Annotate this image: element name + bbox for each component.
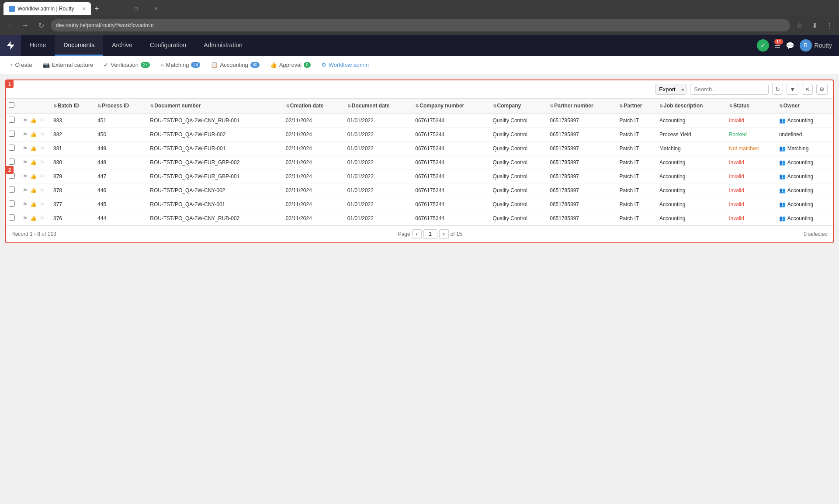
settings-btn[interactable]: ⋮ xyxy=(823,19,836,31)
row-bookmark-icon[interactable]: ⚐ xyxy=(40,187,45,193)
row-flag-icon[interactable]: ⚑ xyxy=(23,173,28,180)
filter-btn[interactable]: ▼ xyxy=(787,84,798,95)
row-flag-icon[interactable]: ⚑ xyxy=(23,187,28,193)
filter-remove-btn[interactable]: ✕ xyxy=(802,84,813,95)
check-icon: ✓ xyxy=(104,62,108,68)
new-tab-btn[interactable]: + xyxy=(91,4,103,14)
row-bookmark-icon[interactable]: ⚐ xyxy=(40,131,45,138)
nav-item-configuration[interactable]: Configuration xyxy=(141,35,195,56)
row-like-icon[interactable]: 👍 xyxy=(30,131,37,138)
row-checkbox[interactable] xyxy=(9,214,15,221)
nav-item-archive[interactable]: Archive xyxy=(103,35,141,56)
row-check-cell[interactable] xyxy=(6,142,20,155)
cell-creation-date: 02/11/2024 xyxy=(283,183,345,197)
search-input[interactable] xyxy=(690,84,769,95)
th-company-num[interactable]: ⇅Company number xyxy=(413,99,490,113)
refresh-table-btn[interactable]: ↻ xyxy=(772,84,783,95)
page-input[interactable] xyxy=(423,229,437,239)
bookmark-btn[interactable]: ☆ xyxy=(794,19,806,31)
row-check-cell[interactable] xyxy=(6,197,20,211)
messages-btn[interactable]: 💬 xyxy=(786,41,794,50)
table-row: ⚑ 👍 ⚐ 881 449 ROU-TST/PO_QA-2W-EUR-001 0… xyxy=(6,142,833,155)
address-bar[interactable]: dev.routty.be/portal/routty/#workflowadm… xyxy=(51,19,790,31)
th-company[interactable]: ⇅Company xyxy=(490,99,548,113)
row-checkbox[interactable] xyxy=(9,159,15,165)
row-flag-icon[interactable]: ⚑ xyxy=(23,159,28,166)
row-checkbox[interactable] xyxy=(9,186,15,193)
cell-job-desc: Accounting xyxy=(657,155,726,169)
row-flag-icon[interactable]: ⚑ xyxy=(23,215,28,221)
row-check-cell[interactable] xyxy=(6,183,20,197)
th-partner[interactable]: ⇅Partner xyxy=(617,99,657,113)
row-like-icon[interactable]: 👍 xyxy=(30,215,37,221)
th-process-id[interactable]: ⇅Process ID xyxy=(95,99,147,113)
cell-partner-num: 0651785897 xyxy=(547,142,617,155)
download-btn[interactable]: ⬇ xyxy=(808,19,821,31)
th-job-desc[interactable]: ⇅Job description xyxy=(657,99,726,113)
row-checkbox[interactable] xyxy=(9,200,15,207)
tab-close-btn[interactable]: × xyxy=(82,6,86,12)
approval-btn[interactable]: 👍 Approval 0 xyxy=(266,59,315,71)
th-partner-num[interactable]: ⇅Partner number xyxy=(547,99,617,113)
th-select-all[interactable] xyxy=(6,99,20,113)
prev-page-btn[interactable]: ‹ xyxy=(412,229,422,239)
workflow-admin-btn[interactable]: ⚙ Workflow admin xyxy=(317,59,373,71)
row-flag-icon[interactable]: ⚑ xyxy=(23,145,28,152)
verification-btn[interactable]: ✓ Verification 27 xyxy=(99,59,154,71)
row-bookmark-icon[interactable]: ⚐ xyxy=(40,173,45,180)
row-check-cell[interactable] xyxy=(6,211,20,225)
th-creation-date[interactable]: ⇅Creation date xyxy=(283,99,345,113)
row-check-cell[interactable] xyxy=(6,128,20,142)
nav-item-administration[interactable]: Administration xyxy=(195,35,251,56)
refresh-btn[interactable]: ↻ xyxy=(35,19,47,31)
row-like-icon[interactable]: 👍 xyxy=(30,201,37,207)
row-bookmark-icon[interactable]: ⚐ xyxy=(40,159,45,166)
row-like-icon[interactable]: 👍 xyxy=(30,173,37,180)
row-bookmark-icon[interactable]: ⚐ xyxy=(40,117,45,124)
row-like-icon[interactable]: 👍 xyxy=(30,159,37,166)
owner-group-icon: 👥 xyxy=(779,201,786,207)
export-select[interactable]: Export CSV Excel xyxy=(655,84,686,95)
row-checkbox[interactable] xyxy=(9,131,15,137)
user-avatar: R xyxy=(800,39,812,52)
nav-items: Home Documents Archive Configuration Adm… xyxy=(21,35,251,56)
cell-status: Invalid xyxy=(726,197,776,211)
notifications-btn[interactable]: ☰ 11 xyxy=(774,41,780,50)
minimize-btn[interactable]: ─ xyxy=(106,3,126,15)
row-bookmark-icon[interactable]: ⚐ xyxy=(40,201,45,207)
settings-table-btn[interactable]: ⚙ xyxy=(816,84,828,95)
th-doc-date[interactable]: ⇅Document date xyxy=(345,99,413,113)
next-page-btn[interactable]: › xyxy=(439,229,449,239)
close-btn[interactable]: × xyxy=(146,3,166,15)
row-checkbox[interactable] xyxy=(9,117,15,123)
row-like-icon[interactable]: 👍 xyxy=(30,117,37,124)
th-batch-id[interactable]: ⇅Batch ID xyxy=(51,99,95,113)
row-flag-icon[interactable]: ⚑ xyxy=(23,131,28,138)
create-btn[interactable]: + Create xyxy=(5,59,37,71)
maximize-btn[interactable]: □ xyxy=(126,3,146,15)
browser-tab[interactable]: Workflow admin | Routty × xyxy=(3,2,91,15)
row-check-cell[interactable] xyxy=(6,113,20,128)
th-doc-number[interactable]: ⇅Document number xyxy=(147,99,283,113)
back-btn[interactable]: ← xyxy=(3,19,16,31)
matching-btn[interactable]: ≡ Matching 24 xyxy=(156,59,205,71)
row-like-icon[interactable]: 👍 xyxy=(30,145,37,152)
nav-item-documents[interactable]: Documents xyxy=(55,35,103,56)
row-flag-icon[interactable]: ⚑ xyxy=(23,117,28,124)
external-capture-btn[interactable]: 📷 External capture xyxy=(38,59,98,71)
row-bookmark-icon[interactable]: ⚐ xyxy=(40,215,45,221)
row-bookmark-icon[interactable]: ⚐ xyxy=(40,145,45,152)
th-owner[interactable]: ⇅Owner xyxy=(777,99,833,113)
user-menu-btn[interactable]: R Routty xyxy=(800,39,832,52)
cell-job-desc: Accounting xyxy=(657,211,726,225)
select-all-checkbox[interactable] xyxy=(9,102,14,108)
forward-btn[interactable]: → xyxy=(19,19,31,31)
th-status[interactable]: ⇅Status xyxy=(726,99,776,113)
row-like-icon[interactable]: 👍 xyxy=(30,187,37,193)
row-checkbox[interactable] xyxy=(9,145,15,151)
accounting-btn[interactable]: 📋 Accounting 80 xyxy=(206,59,263,71)
row-flag-icon[interactable]: ⚑ xyxy=(23,201,28,207)
cell-partner-num: 0651785897 xyxy=(547,211,617,225)
nav-item-home[interactable]: Home xyxy=(21,35,55,56)
cell-doc-date: 01/01/2022 xyxy=(345,183,413,197)
